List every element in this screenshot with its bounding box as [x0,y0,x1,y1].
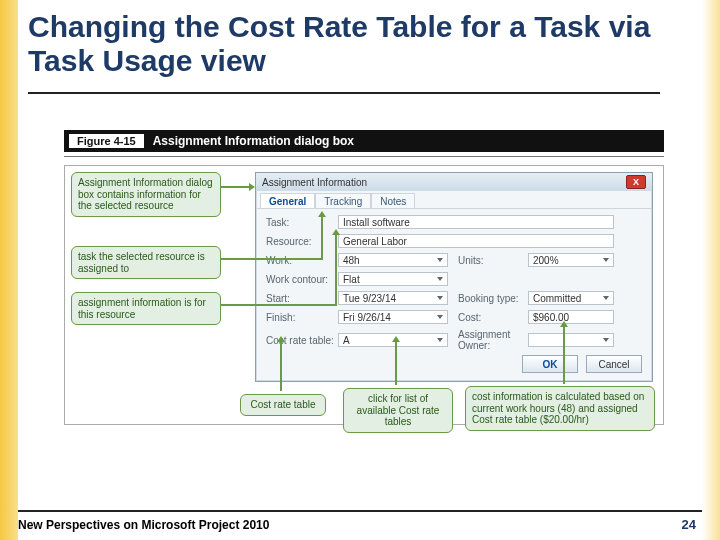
chevron-down-icon [603,258,609,262]
booking-label: Booking type: [458,293,528,304]
figure: Figure 4-15 Assignment Information dialo… [64,130,664,425]
chevron-down-icon [437,277,443,281]
callout-arrow [221,304,335,306]
arrowhead-icon [560,321,568,327]
contour-field[interactable]: Flat [338,272,448,286]
callout-resource: assignment information is for this resou… [71,292,221,325]
units-field[interactable]: 200% [528,253,614,267]
callout-cost-calc: cost information is calculated based on … [465,386,655,431]
chevron-down-icon [437,296,443,300]
start-field[interactable]: Tue 9/23/14 [338,291,448,305]
figure-header: Figure 4-15 Assignment Information dialo… [64,130,664,152]
tabs-row: General Tracking Notes [256,191,652,209]
footer-text: New Perspectives on Microsoft Project 20… [18,518,269,532]
page-number: 24 [682,517,696,532]
gold-accent-left [0,0,18,540]
callout-arrow [395,341,397,385]
work-field[interactable]: 48h [338,253,448,267]
booking-field[interactable]: Committed [528,291,614,305]
dialog-titlebar: Assignment Information X [256,173,652,191]
chevron-down-icon [603,296,609,300]
callout-arrow [221,258,321,260]
tab-general[interactable]: General [260,193,315,208]
cost-field: $960.00 [528,310,614,324]
arrowhead-icon [392,336,400,342]
callout-arrow [335,234,337,306]
close-icon: X [633,178,639,187]
finish-label: Finish: [266,312,338,323]
dialog-buttons: OK Cancel [522,355,642,373]
start-label: Start: [266,293,338,304]
figure-stage: Assignment Information X General Trackin… [64,165,664,425]
figure-badge: Figure 4-15 [68,133,145,149]
owner-label: Assignment Owner: [458,329,528,351]
callout-arrow [280,341,282,391]
close-button[interactable]: X [626,175,646,189]
page-title: Changing the Cost Rate Table for a Task … [28,10,692,83]
dialog-form: Task: Install software Resource: General… [256,209,652,357]
task-field[interactable]: Install software [338,215,614,229]
contour-label: Work contour: [266,274,338,285]
figure-rule [64,156,664,157]
cost-label: Cost: [458,312,528,323]
cancel-button[interactable]: Cancel [586,355,642,373]
callout-dialog-desc: Assignment Information dialog box contai… [71,172,221,217]
assignment-info-dialog: Assignment Information X General Trackin… [255,172,653,382]
chevron-down-icon [603,338,609,342]
units-label: Units: [458,255,528,266]
arrowhead-icon [249,183,255,191]
callout-arrow [563,326,565,384]
work-label: Work: [266,255,338,266]
footer-rule [18,510,702,512]
arrowhead-icon [277,336,285,342]
title-rule [28,92,660,94]
callout-arrow [321,216,323,260]
figure-title: Assignment Information dialog box [153,134,354,148]
callout-crt: Cost rate table [240,394,326,416]
ok-button[interactable]: OK [522,355,578,373]
callout-crt-list: click for list of available Cost rate ta… [343,388,453,433]
chevron-down-icon [437,258,443,262]
chevron-down-icon [437,315,443,319]
task-label: Task: [266,217,338,228]
chevron-down-icon [437,338,443,342]
tab-tracking[interactable]: Tracking [315,193,371,208]
arrowhead-icon [332,229,340,235]
callout-task: task the selected resource is assigned t… [71,246,221,279]
gold-accent-right [702,0,720,540]
resource-label: Resource: [266,236,338,247]
finish-field[interactable]: Fri 9/26/14 [338,310,448,324]
callout-arrow [221,186,249,188]
resource-field[interactable]: General Labor [338,234,614,248]
owner-field[interactable] [528,333,614,347]
dialog-title-text: Assignment Information [262,177,367,188]
tab-notes[interactable]: Notes [371,193,415,208]
arrowhead-icon [318,211,326,217]
